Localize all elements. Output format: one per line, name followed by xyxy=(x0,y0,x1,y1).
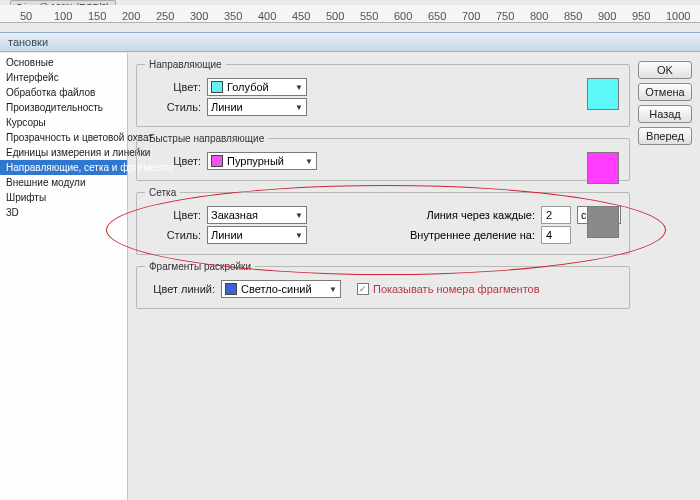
ruler: 5010015020025030035040045050055060065070… xyxy=(0,5,700,23)
guides-color-label: Цвет: xyxy=(145,81,201,93)
ruler-mark: 250 xyxy=(156,10,174,22)
slices-color-combo[interactable]: Светло-синий ▼ xyxy=(221,280,341,298)
slices-show-label: Показывать номера фрагментов xyxy=(373,283,540,295)
group-guides: Направляющие Цвет: Голубой ▼ Стиль: Лини… xyxy=(136,59,630,127)
chevron-down-icon: ▼ xyxy=(291,231,303,240)
cancel-button[interactable]: Отмена xyxy=(638,83,692,101)
sidebar-item[interactable]: Направляющие, сетка и фрагменты xyxy=(0,160,127,175)
grid-every-label: Линия через каждые: xyxy=(426,209,535,221)
ruler-mark: 350 xyxy=(224,10,242,22)
ruler-mark: 650 xyxy=(428,10,446,22)
preferences-dialog: тановки ОсновныеИнтерфейсОбработка файло… xyxy=(0,32,700,500)
ruler-mark: 600 xyxy=(394,10,412,22)
color-swatch-icon xyxy=(225,283,237,295)
grid-sub-label: Внутреннее деление на: xyxy=(410,229,535,241)
ruler-mark: 500 xyxy=(326,10,344,22)
group-slices: Фрагменты раскройки Цвет линий: Светло-с… xyxy=(136,261,630,309)
chevron-down-icon: ▼ xyxy=(291,211,303,220)
dialog-title: тановки xyxy=(0,33,700,52)
ruler-mark: 1000 xyxy=(666,10,690,22)
slices-color-label: Цвет линий: xyxy=(145,283,215,295)
forward-button[interactable]: Вперед xyxy=(638,127,692,145)
grid-swatch[interactable] xyxy=(587,206,619,238)
color-swatch-icon xyxy=(211,81,223,93)
button-column: OK Отмена Назад Вперед xyxy=(638,53,692,149)
group-smart-guides: Быстрые направляющие Цвет: Пурпурный ▼ xyxy=(136,133,630,181)
grid-color-combo[interactable]: Заказная ▼ xyxy=(207,206,307,224)
ruler-mark: 850 xyxy=(564,10,582,22)
group-grid: Сетка Цвет: Заказная ▼ Линия через кажды… xyxy=(136,187,630,255)
guides-swatch[interactable] xyxy=(587,78,619,110)
chevron-down-icon: ▼ xyxy=(325,285,337,294)
smart-color-label: Цвет: xyxy=(145,155,201,167)
ruler-mark: 200 xyxy=(122,10,140,22)
ruler-mark: 950 xyxy=(632,10,650,22)
grid-style-label: Стиль: xyxy=(145,229,201,241)
chevron-down-icon: ▼ xyxy=(291,83,303,92)
ruler-mark: 750 xyxy=(496,10,514,22)
ruler-mark: 550 xyxy=(360,10,378,22)
ruler-mark: 50 xyxy=(20,10,32,22)
sidebar-item[interactable]: Прозрачность и цветовой охват xyxy=(0,130,127,145)
smart-swatch[interactable] xyxy=(587,152,619,184)
chevron-down-icon: ▼ xyxy=(301,157,313,166)
sidebar: ОсновныеИнтерфейсОбработка файловПроизво… xyxy=(0,53,128,500)
ruler-mark: 150 xyxy=(88,10,106,22)
ruler-mark: 400 xyxy=(258,10,276,22)
sidebar-item[interactable]: Интерфейс xyxy=(0,70,127,85)
sidebar-item[interactable]: Производительность xyxy=(0,100,127,115)
ruler-mark: 300 xyxy=(190,10,208,22)
ruler-mark: 100 xyxy=(54,10,72,22)
ruler-mark: 900 xyxy=(598,10,616,22)
smart-color-combo[interactable]: Пурпурный ▼ xyxy=(207,152,317,170)
guides-style-label: Стиль: xyxy=(145,101,201,113)
slices-show-checkbox[interactable]: ✓ xyxy=(357,283,369,295)
ruler-mark: 450 xyxy=(292,10,310,22)
guides-style-combo[interactable]: Линии ▼ xyxy=(207,98,307,116)
sidebar-item[interactable]: Курсоры xyxy=(0,115,127,130)
color-swatch-icon xyxy=(211,155,223,167)
grid-style-combo[interactable]: Линии ▼ xyxy=(207,226,307,244)
back-button[interactable]: Назад xyxy=(638,105,692,123)
ruler-mark: 700 xyxy=(462,10,480,22)
sidebar-item[interactable]: 3D xyxy=(0,205,127,220)
sidebar-item[interactable]: Основные xyxy=(0,55,127,70)
group-slices-legend: Фрагменты раскройки xyxy=(145,261,255,272)
group-smart-legend: Быстрые направляющие xyxy=(145,133,268,144)
group-guides-legend: Направляющие xyxy=(145,59,226,70)
ruler-mark: 800 xyxy=(530,10,548,22)
sidebar-item[interactable]: Внешние модули xyxy=(0,175,127,190)
grid-every-input[interactable]: 2 xyxy=(541,206,571,224)
sidebar-item[interactable]: Шрифты xyxy=(0,190,127,205)
grid-sub-input[interactable]: 4 xyxy=(541,226,571,244)
main-panel: Направляющие Цвет: Голубой ▼ Стиль: Лини… xyxy=(128,53,700,500)
guides-color-combo[interactable]: Голубой ▼ xyxy=(207,78,307,96)
chevron-down-icon: ▼ xyxy=(291,103,303,112)
grid-color-label: Цвет: xyxy=(145,209,201,221)
group-grid-legend: Сетка xyxy=(145,187,180,198)
ok-button[interactable]: OK xyxy=(638,61,692,79)
sidebar-item[interactable]: Единицы измерения и линейки xyxy=(0,145,127,160)
sidebar-item[interactable]: Обработка файлов xyxy=(0,85,127,100)
